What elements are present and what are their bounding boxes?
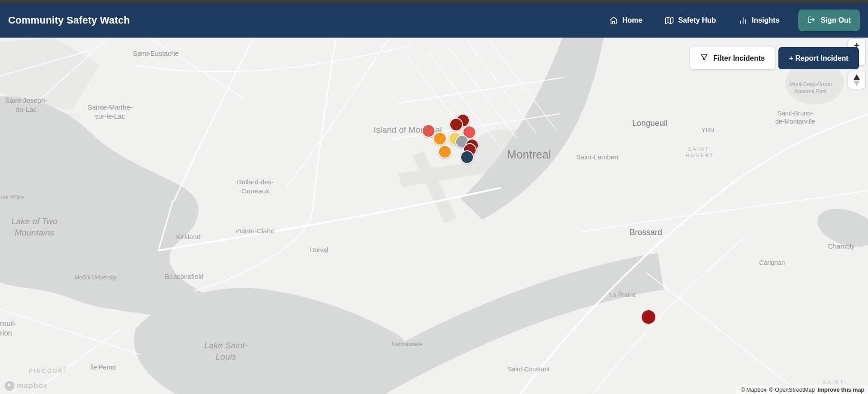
window-top-strip [0,0,868,3]
main-nav: Home Safety Hub Insights [609,16,779,25]
road-line [136,46,410,72]
sign-out-button[interactable]: Sign Out [798,10,860,31]
road-line [593,235,747,394]
incident-marker[interactable] [438,145,452,159]
water-shape [813,202,868,254]
mapbox-logo[interactable]: ✦ mapbox [5,381,48,391]
incident-marker[interactable] [433,132,447,145]
road-line [733,115,868,183]
compass-control[interactable] [848,71,865,89]
nav-item-label: Safety Hub [678,16,716,24]
map-base [0,38,868,394]
map-icon [665,16,674,25]
road-line [468,43,536,134]
water-shape [348,271,661,394]
road-line [195,212,312,291]
report-incident-button[interactable]: + Report Incident [778,47,859,69]
map-canvas[interactable]: Saint-EustacheSaint-Joseph- du-LacSainte… [0,38,868,394]
compass-south-needle [854,81,860,86]
road-line [647,273,801,394]
nav-item-home[interactable]: Home [609,16,642,25]
mapbox-wordmark: mapbox [17,381,48,390]
road-line [174,38,253,201]
landuse-shape [413,151,457,223]
water-shape [0,96,214,330]
nav-item-label: Insights [752,16,779,24]
nav-item-insights[interactable]: Insights [739,16,779,25]
home-icon [609,16,618,25]
filter-incidents-label: Filter Incidents [713,54,765,62]
compass-north-needle [854,74,860,80]
road-line [0,309,140,355]
report-incident-label: + Report Incident [789,54,848,62]
road-line [149,38,244,99]
funnel-icon [700,53,708,63]
app-header: Community Safety Watch Home Safety Hub I… [0,3,868,38]
attribution-bar: © Mapbox © OpenStreetMap Improve this ma… [736,385,868,394]
app-title: Community Safety Watch [8,14,130,26]
mapbox-attribution-link[interactable]: © Mapbox [740,387,766,393]
filter-incidents-button[interactable]: Filter Incidents [690,47,775,69]
nav-item-safety-hub[interactable]: Safety Hub [665,16,716,25]
logout-icon [807,15,816,26]
bar-chart-icon [739,16,748,25]
road-line [286,38,389,187]
mapbox-logo-icon: ✦ [5,381,14,391]
nav-item-label: Home [622,16,642,24]
incident-marker[interactable] [449,118,463,131]
improve-map-link[interactable]: Improve this map [818,387,865,393]
incident-marker[interactable] [460,150,474,164]
sign-out-label: Sign Out [820,16,851,24]
osm-attribution-link[interactable]: © OpenStreetMap [769,387,815,393]
incident-marker[interactable] [642,310,655,324]
